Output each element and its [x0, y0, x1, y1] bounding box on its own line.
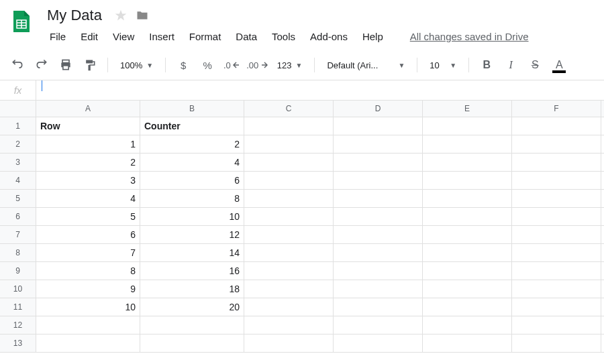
cell[interactable]: [244, 208, 334, 226]
cell[interactable]: [334, 190, 423, 208]
cell[interactable]: [334, 226, 423, 244]
cell[interactable]: [334, 135, 423, 154]
document-title[interactable]: My Data: [43, 5, 106, 25]
strikethrough-button[interactable]: S: [525, 56, 544, 74]
cell[interactable]: [36, 316, 140, 335]
menu-tools[interactable]: Tools: [265, 28, 302, 45]
row-header-2[interactable]: 2: [0, 135, 36, 154]
cell[interactable]: [423, 280, 512, 298]
column-header-A[interactable]: A: [36, 101, 140, 117]
cell[interactable]: [512, 226, 601, 244]
cell[interactable]: [36, 335, 140, 353]
cell[interactable]: [334, 316, 423, 335]
cell[interactable]: [423, 316, 512, 335]
cell[interactable]: [512, 280, 601, 298]
cell[interactable]: [423, 117, 512, 135]
cell[interactable]: [244, 316, 334, 335]
cell[interactable]: [244, 335, 334, 353]
cell[interactable]: 14: [140, 244, 244, 262]
cell[interactable]: [334, 154, 423, 172]
column-header-C[interactable]: C: [244, 101, 334, 117]
number-format-select[interactable]: 123 ▼: [273, 56, 307, 74]
row-header-5[interactable]: 5: [0, 190, 36, 208]
cell[interactable]: 6: [36, 226, 140, 244]
cell[interactable]: 9: [36, 280, 140, 298]
column-header-F[interactable]: F: [512, 101, 601, 117]
row-header-11[interactable]: 11: [0, 298, 36, 316]
cell[interactable]: [601, 244, 604, 262]
cell[interactable]: [512, 172, 601, 190]
row-header-9[interactable]: 9: [0, 262, 36, 280]
folder-icon[interactable]: [136, 9, 149, 22]
row-header-13[interactable]: 13: [0, 335, 36, 353]
row-header-8[interactable]: 8: [0, 244, 36, 262]
cell[interactable]: [334, 244, 423, 262]
menu-help[interactable]: Help: [356, 28, 390, 45]
row-header-10[interactable]: 10: [0, 280, 36, 298]
cell[interactable]: [601, 316, 604, 335]
save-status[interactable]: All changes saved in Drive: [410, 31, 529, 42]
cell[interactable]: [244, 117, 334, 135]
cell[interactable]: [244, 154, 334, 172]
cell[interactable]: 20: [140, 298, 244, 316]
cell[interactable]: [423, 172, 512, 190]
row-header-7[interactable]: 7: [0, 226, 36, 244]
formula-input[interactable]: [36, 80, 604, 100]
cell[interactable]: 6: [140, 172, 244, 190]
cell[interactable]: 3: [36, 172, 140, 190]
star-icon[interactable]: [114, 9, 128, 22]
cell[interactable]: [334, 172, 423, 190]
cell[interactable]: 10: [36, 298, 140, 316]
cell[interactable]: [423, 335, 512, 353]
cell[interactable]: [244, 190, 334, 208]
cell[interactable]: [512, 190, 601, 208]
cell[interactable]: [423, 298, 512, 316]
cell[interactable]: [512, 335, 601, 353]
cell[interactable]: [423, 244, 512, 262]
cell[interactable]: 18: [140, 280, 244, 298]
cell[interactable]: [334, 335, 423, 353]
cell[interactable]: 8: [140, 190, 244, 208]
cell[interactable]: [334, 262, 423, 280]
cell[interactable]: [601, 335, 604, 353]
menu-format[interactable]: Format: [183, 28, 228, 45]
print-button[interactable]: [56, 56, 75, 74]
cell[interactable]: [601, 172, 604, 190]
cell[interactable]: [334, 117, 423, 135]
menu-edit[interactable]: Edit: [74, 28, 105, 45]
cell[interactable]: [244, 172, 334, 190]
cell[interactable]: [244, 280, 334, 298]
menu-addons[interactable]: Add-ons: [303, 28, 354, 45]
cell[interactable]: [140, 335, 244, 353]
cell[interactable]: [601, 226, 604, 244]
cell[interactable]: Counter: [140, 117, 244, 135]
text-color-button[interactable]: A: [550, 56, 568, 74]
select-all-corner[interactable]: [0, 101, 36, 117]
cell[interactable]: [601, 135, 604, 154]
cell[interactable]: [423, 262, 512, 280]
increase-decimal-button[interactable]: .00: [246, 56, 268, 74]
cell[interactable]: [140, 316, 244, 335]
cell[interactable]: [244, 135, 334, 154]
cell[interactable]: [423, 208, 512, 226]
cell[interactable]: 8: [36, 262, 140, 280]
column-header-extra[interactable]: [601, 101, 604, 117]
row-header-4[interactable]: 4: [0, 172, 36, 190]
cell[interactable]: 10: [140, 208, 244, 226]
redo-button[interactable]: [32, 56, 51, 74]
cell[interactable]: 7: [36, 244, 140, 262]
cell[interactable]: [601, 117, 604, 135]
cell[interactable]: [244, 244, 334, 262]
cell[interactable]: [244, 262, 334, 280]
cell[interactable]: [601, 154, 604, 172]
bold-button[interactable]: B: [477, 56, 496, 74]
font-size-select[interactable]: 10 ▼: [425, 56, 460, 74]
cell[interactable]: [512, 244, 601, 262]
cell[interactable]: 2: [140, 135, 244, 154]
cell[interactable]: 5: [36, 208, 140, 226]
cell[interactable]: 1: [36, 135, 140, 154]
cell[interactable]: [512, 208, 601, 226]
cell[interactable]: [244, 226, 334, 244]
menu-data[interactable]: Data: [229, 28, 264, 45]
cell[interactable]: [601, 190, 604, 208]
